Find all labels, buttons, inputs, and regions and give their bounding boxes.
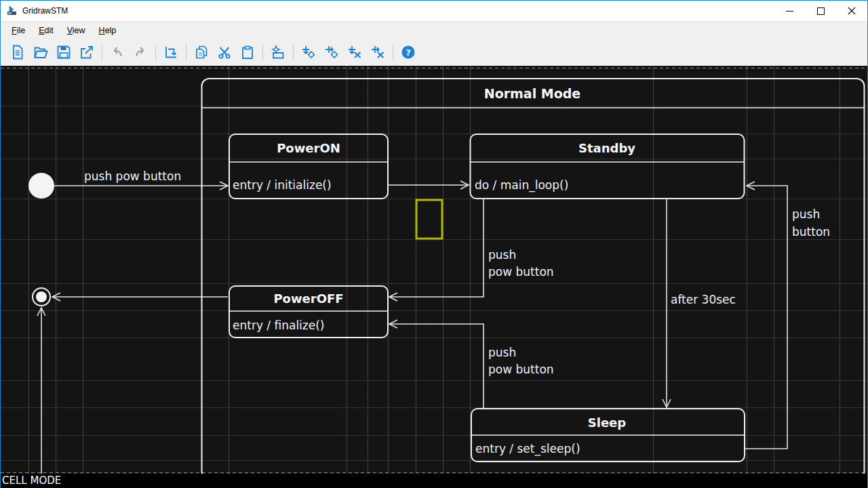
diagram-canvas[interactable]: Normal Mode PowerON entry / initialize()… [1, 66, 867, 474]
help-icon: ? [401, 45, 416, 60]
cut-button[interactable] [213, 41, 236, 63]
insert-column-icon [324, 45, 339, 60]
status-bar: CELL MODE [1, 474, 867, 488]
initial-state[interactable] [28, 173, 54, 199]
cell-cursor [416, 200, 442, 239]
menu-edit[interactable]: Edit [32, 23, 60, 38]
state-sleep[interactable]: Sleep entry / set_sleep() [471, 409, 745, 462]
delete-column-icon [370, 45, 385, 60]
maximize-button[interactable] [805, 1, 836, 21]
insert-shape-icon [271, 45, 285, 60]
paste-button[interactable] [236, 41, 259, 63]
state-poweron-title[interactable]: PowerON [277, 141, 340, 155]
save-file-icon [56, 45, 71, 60]
state-standby-title[interactable]: Standby [578, 141, 635, 155]
toolbar-separator [393, 44, 393, 60]
transition-standby-to-sleep-label[interactable]: after 30sec [671, 293, 736, 306]
title-bar: GridrawSTM [1, 1, 867, 21]
insert-column-button[interactable] [320, 41, 343, 63]
new-file-button[interactable] [6, 41, 29, 63]
new-file-icon [10, 45, 25, 60]
delete-row-button[interactable] [343, 41, 366, 63]
transition-initial-to-poweron-label[interactable]: push pow button [84, 169, 181, 183]
transition-sleep-to-standby-label-line2[interactable]: button [792, 225, 830, 239]
switch-mode-icon [163, 45, 178, 60]
delete-column-button[interactable] [366, 41, 389, 63]
insert-shape-button[interactable] [267, 41, 290, 63]
help-button[interactable]: ? [397, 41, 420, 63]
transition-sleep-to-poweroff-label-line1[interactable]: push [488, 346, 516, 359]
app-window: GridrawSTM File Edit View Help [0, 0, 868, 488]
final-state[interactable] [33, 288, 50, 306]
cut-icon [217, 45, 232, 60]
insert-row-button[interactable] [297, 41, 320, 63]
window-title: GridrawSTM [22, 6, 68, 16]
open-file-button[interactable] [29, 41, 52, 63]
state-sleep-action[interactable]: entry / set_sleep() [475, 442, 580, 456]
open-file-icon [33, 45, 48, 60]
menu-bar: File Edit View Help [1, 21, 867, 39]
state-standby-action[interactable]: do / main_loop() [475, 178, 568, 192]
export-file-button[interactable] [75, 41, 98, 63]
tool-bar: ? [1, 39, 867, 65]
toolbar-separator [293, 44, 294, 60]
toolbar-separator [102, 44, 102, 60]
svg-text:?: ? [406, 47, 411, 58]
export-file-icon [79, 45, 94, 60]
menu-file[interactable]: File [5, 23, 32, 38]
transition-sleep-to-standby-label-line1[interactable]: push [792, 207, 820, 221]
state-poweroff-title[interactable]: PowerOFF [273, 291, 343, 306]
state-poweron[interactable]: PowerON entry / initialize() [229, 134, 388, 199]
app-icon [7, 5, 18, 16]
save-file-button[interactable] [52, 41, 75, 63]
insert-row-icon [301, 45, 316, 60]
redo-icon [133, 45, 148, 60]
menu-view[interactable]: View [60, 23, 92, 38]
transition-standby-to-poweroff[interactable] [389, 199, 484, 301]
transition-standby-to-sleep[interactable] [663, 199, 671, 407]
delete-row-icon [347, 45, 362, 60]
close-button[interactable] [836, 1, 867, 21]
copy-button[interactable] [190, 41, 213, 63]
toolbar-separator [186, 44, 186, 60]
toolbar-separator [262, 44, 263, 60]
redo-button[interactable] [129, 41, 152, 63]
undo-icon [110, 45, 125, 60]
transition-poweron-to-standby[interactable] [388, 181, 469, 189]
transition-standby-to-poweroff-label-line1[interactable]: push [488, 248, 516, 262]
minimize-button[interactable] [774, 1, 805, 21]
state-poweroff-action[interactable]: entry / finalize() [233, 319, 324, 332]
copy-icon [194, 45, 209, 60]
status-mode-label: CELL MODE [2, 474, 61, 487]
paste-icon [240, 45, 255, 60]
state-normal-mode-title[interactable]: Normal Mode [484, 86, 581, 101]
menu-help[interactable]: Help [92, 23, 123, 38]
transition-sleep-to-standby[interactable] [745, 182, 787, 449]
transition-standby-to-poweroff-label-line2[interactable]: pow button [488, 265, 554, 279]
state-sleep-title[interactable]: Sleep [588, 415, 627, 430]
transition-sleep-to-poweroff[interactable] [389, 320, 484, 409]
transition-sleep-to-poweroff-label-line2[interactable]: pow button [488, 363, 554, 376]
grid-vertical-lines [29, 66, 840, 474]
state-poweroff[interactable]: PowerOFF entry / finalize() [229, 286, 388, 338]
undo-button[interactable] [106, 41, 129, 63]
state-standby[interactable]: Standby do / main_loop() [471, 134, 745, 199]
transition-bottom-to-final[interactable] [37, 308, 45, 474]
toolbar-separator [155, 44, 156, 60]
state-poweron-action[interactable]: entry / initialize() [233, 178, 332, 192]
grid-horizontal-lines [1, 106, 867, 461]
switch-mode-button[interactable] [159, 41, 182, 63]
